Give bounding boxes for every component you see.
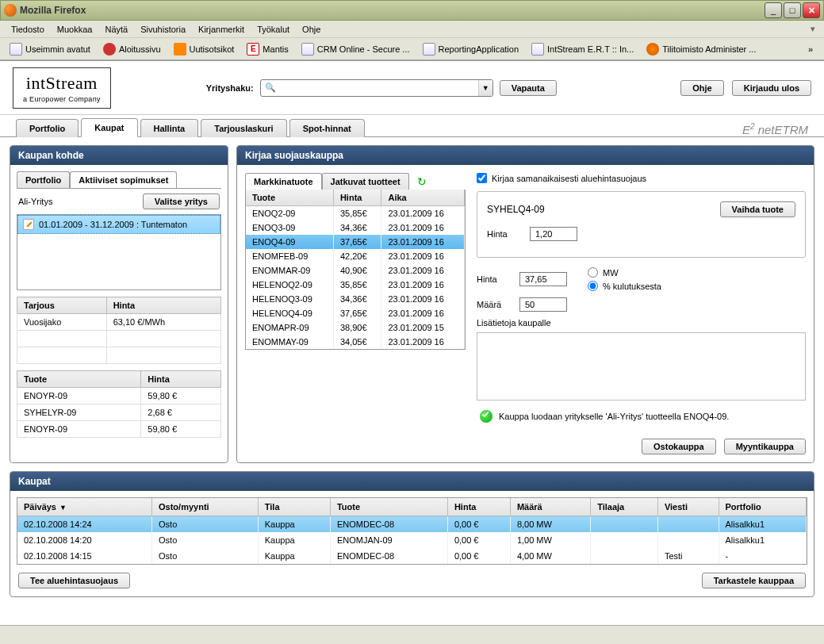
tab-tarjouslaskuri[interactable]: Tarjouslaskuri: [201, 119, 286, 137]
table-row[interactable]: ENOQ4-0937,65€23.01.2009 16: [246, 235, 465, 249]
col-header[interactable]: Viesti: [657, 498, 719, 516]
bookmark-tilitoimisto[interactable]: Tilitoimisto Administer ...: [642, 41, 761, 57]
bookmark-useimmin-avatut[interactable]: Useimmin avatut: [5, 41, 95, 57]
choose-company-button[interactable]: Valitse yritys: [143, 194, 220, 209]
sort-desc-icon: ▼: [59, 504, 67, 512]
col-hinta[interactable]: Hinta: [141, 371, 221, 388]
menu-ohje[interactable]: Ohje: [296, 23, 327, 36]
contracts-list[interactable]: 01.01.2009 - 31.12.2009 : Tuntematon: [17, 214, 221, 290]
unit-pct-row: % kulutuksesta: [588, 281, 661, 291]
menu-kirjanmerkit[interactable]: Kirjanmerkit: [192, 23, 251, 36]
change-product-button[interactable]: Vaihda tuote: [720, 201, 795, 217]
maximize-button[interactable]: □: [784, 2, 801, 18]
spinner-icon: [646, 43, 659, 56]
kaupat-footer: Tee aluehintasuojaus Tarkastele kauppaa: [17, 565, 807, 590]
col-header[interactable]: Tila: [258, 498, 330, 516]
col-tuote[interactable]: Tuote: [246, 190, 333, 206]
tarjous-grid: Tarjous Hinta Vuosijako 63,10 €/MWh: [17, 297, 221, 364]
menu-nayta[interactable]: Näytä: [98, 23, 134, 36]
brand-label: E2 netETRM: [742, 122, 808, 136]
menu-overflow-icon[interactable]: ▾: [807, 23, 819, 36]
table-row[interactable]: SYHELYR-092,68 €: [17, 404, 221, 421]
titlebar: Mozilla Firefox _ □ ✕: [0, 0, 824, 21]
bookmarks-overflow-icon[interactable]: »: [802, 44, 819, 54]
bookmark-aloitussivu[interactable]: Aloitussivu: [98, 41, 166, 57]
col-header[interactable]: Hinta: [447, 498, 510, 516]
contract-item[interactable]: 01.01.2009 - 31.12.2009 : Tuntematon: [17, 215, 220, 234]
hinta2-input[interactable]: [519, 272, 567, 286]
subtab-markkinatuote[interactable]: Markkinatuote: [245, 173, 322, 190]
col-header[interactable]: Päiväys▼: [17, 498, 152, 516]
table-row[interactable]: ENOYR-0959,80 €: [17, 421, 221, 438]
col-hinta[interactable]: Hinta: [106, 297, 220, 314]
table-row[interactable]: ENOMAPR-0938,90€23.01.2009 15: [246, 320, 465, 335]
bookmark-uutisotsikot[interactable]: Uutisotsikot: [169, 41, 240, 57]
col-header[interactable]: Portfolio: [719, 498, 807, 516]
subtab-portfolio[interactable]: Portfolio: [17, 171, 70, 188]
kaupan-kohde-panel: Kaupan kohde Portfolio Aktiiviset sopimu…: [10, 145, 228, 463]
content-row: Kaupan kohde Portfolio Aktiiviset sopimu…: [0, 137, 824, 471]
close-button[interactable]: ✕: [803, 2, 820, 18]
kirjaa-body: Markkinatuote Jatkuvat tuotteet ↻ Tuote …: [237, 165, 814, 439]
col-header[interactable]: Tuote: [330, 498, 447, 516]
menu-sivuhistoria[interactable]: Sivuhistoria: [134, 23, 192, 36]
tab-spot-hinnat[interactable]: Spot-hinnat: [289, 119, 365, 137]
search-dropdown-icon[interactable]: ▼: [478, 80, 492, 96]
doc-icon: [531, 43, 544, 56]
table-row[interactable]: ENOMMAR-0940,90€23.01.2009 16: [246, 263, 465, 278]
refresh-icon[interactable]: ↻: [417, 175, 427, 188]
table-row[interactable]: ENOQ3-0934,36€23.01.2009 16: [246, 220, 465, 235]
maara-input[interactable]: [519, 297, 567, 312]
col-aika[interactable]: Aika: [381, 190, 465, 206]
table-row[interactable]: HELENOQ3-0934,36€23.01.2009 16: [246, 292, 465, 306]
hinta1-input[interactable]: [530, 227, 577, 241]
tab-portfolio[interactable]: Portfolio: [16, 119, 79, 137]
bookmark-mantis[interactable]: EMantis: [242, 41, 293, 57]
table-row[interactable]: 02.10.2008 14:15OstoKauppaENOMDEC-080,00…: [17, 548, 807, 564]
table-row[interactable]: 02.10.2008 14:20OstoKauppaENOMJAN-090,00…: [17, 532, 807, 548]
search-input[interactable]: [280, 80, 478, 96]
bookmark-crm[interactable]: CRM Online - Secure ...: [297, 41, 415, 57]
sell-button[interactable]: Myyntikauppa: [724, 439, 806, 454]
notes-textarea[interactable]: [477, 332, 806, 401]
kaupat-grid: Päiväys▼Osto/myyntiTilaTuoteHintaMääräTi…: [17, 497, 807, 565]
col-tarjous[interactable]: Tarjous: [17, 297, 107, 314]
buy-button[interactable]: Ostokauppa: [642, 439, 716, 454]
logout-button[interactable]: Kirjaudu ulos: [732, 80, 811, 96]
company-name: Ali-Yritys: [18, 197, 52, 206]
unit-pct-radio[interactable]: [588, 281, 598, 291]
table-row[interactable]: ENOMFEB-0942,20€23.01.2009 16: [246, 249, 465, 263]
doc-icon: [423, 43, 435, 56]
help-button[interactable]: Ohje: [680, 80, 723, 96]
table-row[interactable]: 02.10.2008 14:24OstoKauppaENOMDEC-080,00…: [17, 516, 807, 533]
col-header[interactable]: Tilaaja: [591, 498, 658, 516]
minimize-button[interactable]: _: [765, 2, 782, 18]
app-topbar: intStream a Europower Company Yrityshaku…: [0, 61, 824, 115]
subtab-jatkuvat[interactable]: Jatkuvat tuotteet: [322, 173, 409, 190]
menu-tiedosto[interactable]: Tiedosto: [5, 23, 51, 36]
make-hedge-button[interactable]: Tee aluehintasuojaus: [18, 573, 130, 588]
release-button[interactable]: Vapauta: [500, 80, 557, 96]
col-tuote[interactable]: Tuote: [17, 371, 141, 388]
bookmark-intstream[interactable]: IntStream E.R.T :: In...: [527, 41, 638, 57]
tab-hallinta[interactable]: Hallinta: [140, 119, 199, 137]
menu-muokkaa[interactable]: Muokkaa: [51, 23, 99, 36]
col-hinta[interactable]: Hinta: [333, 190, 381, 206]
search-icon: 🔍: [261, 82, 280, 93]
simultaneous-hedge-checkbox[interactable]: [477, 173, 487, 183]
table-row[interactable]: ENOMMAY-0934,05€23.01.2009 16: [246, 335, 465, 349]
view-trade-button[interactable]: Tarkastele kauppaa: [702, 573, 806, 588]
subtab-aktiiviset[interactable]: Aktiiviset sopimukset: [70, 171, 177, 188]
simultaneous-hedge-label: Kirjaa samanaikaisesti aluehintasuojaus: [492, 174, 646, 183]
tab-kaupat[interactable]: Kaupat: [81, 118, 137, 137]
table-row[interactable]: HELENOQ2-0935,85€23.01.2009 16: [246, 278, 465, 292]
table-row[interactable]: Vuosijako 63,10 €/MWh: [17, 314, 221, 331]
table-row[interactable]: ENOYR-0959,80 €: [17, 388, 221, 404]
table-row[interactable]: ENOQ2-0935,85€23.01.2009 16: [246, 206, 465, 221]
col-header[interactable]: Määrä: [510, 498, 590, 516]
col-header[interactable]: Osto/myynti: [152, 498, 259, 516]
table-row[interactable]: HELENOQ4-0937,65€23.01.2009 16: [246, 306, 465, 320]
unit-mw-radio[interactable]: [588, 267, 598, 278]
bookmark-reporting[interactable]: ReportingApplication: [418, 41, 524, 57]
menu-tyokalut[interactable]: Työkalut: [251, 23, 296, 36]
